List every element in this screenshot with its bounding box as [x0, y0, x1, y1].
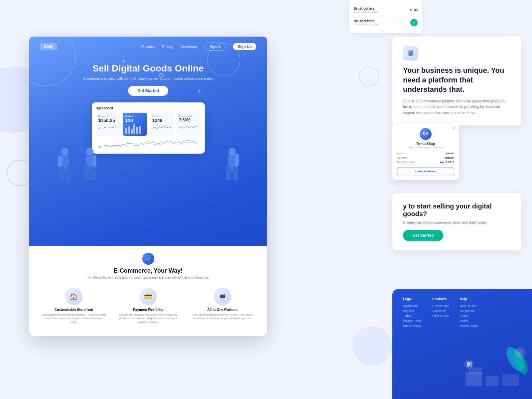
footer-help-center[interactable]: Help Center [460, 304, 478, 308]
allinone-text: Think flexibility has to come with a cos… [190, 313, 255, 320]
right-panel: 🖥 Your business is unique. You need a pl… [392, 37, 532, 250]
ecommerce-section: 🛒 E-Commerce, Your Way! Put the ability … [29, 246, 267, 336]
site-logo: Selly [40, 43, 57, 50]
main-site-panel: Selly Product Pricing Developer Sign In … [29, 37, 267, 336]
person-left [56, 146, 74, 189]
svg-rect-18 [502, 374, 519, 386]
task-due-1: Due March 23, 2019 [354, 10, 378, 13]
storefront-icon: 🏠 [65, 288, 82, 305]
demo-popup: ✕ DM Demo Shop demo.gumum.io/dkl, Contri… [392, 123, 459, 180]
cta-button[interactable]: Get Started [403, 230, 443, 241]
footer-illustration: 📊 🛒 [459, 346, 532, 399]
storefront-text: Other platforms stifle brand creativity … [41, 313, 106, 324]
bg-circle-4 [352, 326, 392, 366]
demo-amount-label: Amount [397, 152, 406, 155]
task-due-2: Due March 23, 2019 [354, 23, 378, 26]
revenue-label: Revenue [98, 115, 117, 118]
hero-section: Sell Digital Goods Online E-commerce is … [29, 57, 267, 99]
svg-point-10 [228, 148, 236, 156]
task-amount-1: $100 [410, 8, 418, 12]
task-title-2: Brushcutters [354, 19, 378, 23]
svg-point-5 [86, 148, 93, 156]
svg-rect-3 [66, 166, 71, 181]
hero-headline: Sell Digital Goods Online [40, 63, 256, 74]
svg-rect-9 [92, 155, 96, 167]
demo-shop-sub: demo.gumum.io/dkl, Contribution [397, 146, 454, 149]
features-row: 🏠 Customizable Storefront Other platform… [39, 285, 258, 328]
footer-terms[interactable]: Terms [403, 314, 422, 318]
footer-help-heading: Help [460, 297, 478, 301]
site-navbar: Selly Product Pricing Developer Sign In … [29, 37, 267, 57]
demo-avatar: DM [420, 128, 432, 140]
footer-payments[interactable]: Payments [432, 309, 449, 313]
signup-button[interactable]: Sign Up [233, 43, 256, 50]
hero-cta-button[interactable]: Get Started [128, 86, 168, 96]
allinone-icon: 💻 [214, 288, 231, 305]
platform-icon: 🖥 [403, 46, 418, 61]
footer-col-legal: Legal Dashboard Register Terms Privacy P… [403, 297, 422, 329]
dashboard-card: Dashboard Revenue $150.25 Orders 120 [92, 102, 205, 154]
orders-label: Orders [125, 115, 144, 118]
svg-point-0 [61, 148, 68, 156]
storefront-title: Customizable Storefront [41, 308, 106, 312]
hero-subtext: E-commerce is easy with Selly. Create yo… [40, 76, 256, 80]
platform-heading: Your business is unique. You need a plat… [403, 66, 511, 94]
footer-status[interactable]: Status [460, 319, 478, 323]
svg-rect-2 [59, 166, 65, 181]
footer-twitter[interactable]: Twitter [460, 314, 478, 318]
metric-views: Views 1248 [150, 113, 174, 136]
platform-card: 🖥 Your business is unique. You need a pl… [392, 37, 521, 125]
person-mid [81, 146, 99, 189]
footer-pos[interactable]: Point of Sale [432, 314, 449, 318]
nav-links: Product Pricing Developer Sign In Sign U… [142, 43, 257, 51]
feature-payment: 💳 Payment Flexibility Looking for a spec… [113, 285, 184, 328]
svg-rect-8 [90, 166, 96, 181]
task-item-2: Brushcutters Due March 23, 2019 + [354, 16, 418, 29]
allinone-title: All-in-One Platform [190, 308, 255, 312]
metric-conversion: Conversion 7.50% [177, 113, 201, 136]
nav-pricing[interactable]: Pricing [162, 45, 173, 49]
demo-amount-value: $50.00 [446, 152, 454, 155]
demo-gateway-value: Bitcoin [445, 156, 454, 159]
demo-gateway-label: Gateway [397, 156, 408, 159]
conversion-label: Conversion [179, 115, 198, 118]
demo-shop-name: Demo Shop [397, 142, 454, 146]
demo-popup-close[interactable]: ✕ [452, 126, 456, 131]
cta-section: y to start selling your digital goods? C… [392, 193, 521, 250]
ecom-icon: 🛒 [142, 253, 154, 265]
svg-rect-13 [233, 166, 238, 181]
orders-bars [125, 124, 144, 134]
demo-amount-row: Amount $50.00 [397, 152, 454, 155]
dashboard-title: Dashboard [96, 106, 201, 110]
views-value: 1248 [152, 118, 171, 123]
nav-product[interactable]: Product [142, 45, 155, 49]
svg-rect-4 [58, 156, 62, 167]
feature-storefront: 🏠 Customizable Storefront Other platform… [39, 285, 109, 328]
svg-rect-17 [485, 376, 499, 386]
svg-rect-12 [226, 166, 231, 181]
footer-contact[interactable]: Contact Us [460, 309, 478, 313]
footer-legal-heading: Legal [403, 297, 422, 301]
footer-cookie[interactable]: Cookie Policy [403, 324, 422, 328]
task-add-button[interactable]: + [410, 19, 418, 26]
task-widget: Brushcutters Due March 23, 2019 $100 Bru… [349, 0, 422, 33]
demo-date-label: Date Purchased [397, 161, 416, 164]
footer-dashboard[interactable]: Dashboard [403, 304, 422, 308]
footer-report[interactable]: Report Abuse [460, 324, 478, 328]
footer-ecommerce[interactable]: E-commerce [432, 304, 449, 308]
svg-rect-15 [466, 372, 482, 386]
metric-revenue: Revenue $150.25 [96, 113, 120, 136]
cta-heading: y to start selling your digital goods? [403, 202, 511, 218]
dashboard-metrics: Revenue $150.25 Orders 120 [96, 113, 201, 136]
revenue-value: $150.25 [98, 118, 117, 123]
signin-button[interactable]: Sign In [204, 43, 226, 51]
footer-register[interactable]: Register [403, 309, 422, 313]
leave-feedback-button[interactable]: Leave Feedback [397, 168, 454, 175]
footer-col-products: Products E-commerce Payments Point of Sa… [432, 297, 449, 329]
svg-rect-7 [84, 166, 89, 181]
payment-title: Payment Flexibility [116, 308, 181, 312]
payment-icon: 💳 [140, 288, 157, 305]
nav-developer[interactable]: Developer [181, 45, 197, 49]
footer-columns: Legal Dashboard Register Terms Privacy P… [403, 297, 521, 329]
footer-privacy[interactable]: Privacy Policy [403, 319, 422, 323]
